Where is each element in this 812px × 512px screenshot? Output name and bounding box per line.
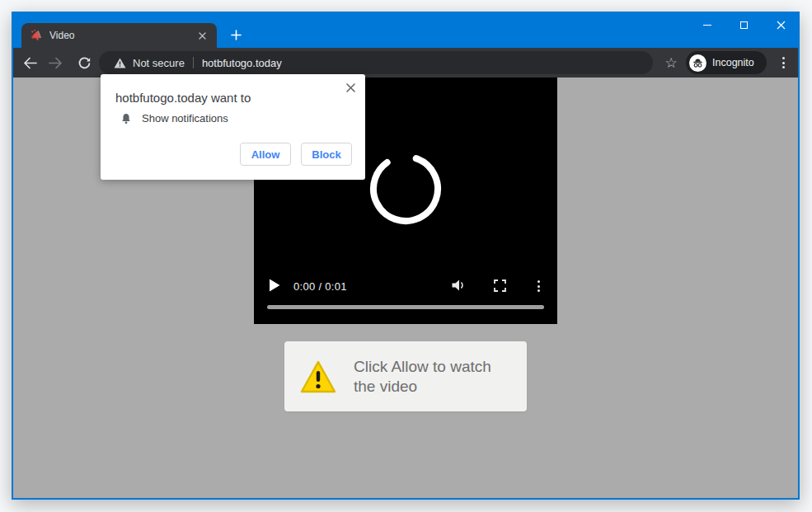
maximize-button[interactable]: [725, 12, 763, 38]
toolbar: Not secure hotbfutogo.today ☆ Incognito: [13, 48, 798, 78]
dialog-buttons: Allow Block: [240, 143, 352, 166]
browser-menu-button[interactable]: [776, 54, 791, 71]
overlay-message: Click Allow to watch the video: [354, 357, 512, 397]
close-window-button[interactable]: [763, 12, 800, 38]
security-chip[interactable]: Not secure: [133, 57, 185, 69]
tab-close-icon[interactable]: [195, 29, 209, 42]
dialog-close-icon: [346, 83, 355, 92]
video-menu-icon[interactable]: [533, 279, 544, 294]
url-text[interactable]: hotbfutogo.today: [202, 57, 282, 69]
allow-button[interactable]: Allow: [240, 143, 291, 166]
minimize-icon: [703, 25, 711, 26]
incognito-icon: [689, 54, 706, 72]
fullscreen-icon[interactable]: [494, 279, 506, 292]
bookmark-star-icon[interactable]: ☆: [661, 52, 681, 73]
browser-window: Video: [12, 12, 800, 500]
minimize-button[interactable]: [688, 12, 725, 38]
address-bar[interactable]: Not secure hotbfutogo.today: [99, 51, 653, 74]
not-secure-warning-icon: [114, 58, 126, 68]
incognito-label: Incognito: [712, 57, 754, 68]
reload-button[interactable]: [76, 54, 92, 71]
tab-title: Video: [49, 30, 195, 41]
reload-icon: [77, 56, 92, 70]
window-controls: [688, 12, 800, 38]
volume-icon[interactable]: [451, 279, 466, 292]
omnibox-divider: [193, 57, 194, 68]
close-icon: [777, 21, 786, 30]
video-controls: 0:00 / 0:01: [254, 277, 557, 297]
forward-button[interactable]: [47, 54, 63, 71]
warning-triangle-icon: [299, 359, 337, 394]
dialog-close-button[interactable]: [342, 79, 359, 96]
video-progress-bar[interactable]: [267, 305, 544, 309]
maximize-icon: [740, 21, 748, 29]
tab-video[interactable]: Video: [21, 23, 217, 48]
site-favicon-megaphone-icon: [30, 29, 43, 42]
click-allow-overlay: Click Allow to watch the video: [284, 341, 527, 411]
play-button-icon[interactable]: [269, 279, 280, 292]
incognito-badge: Incognito: [686, 51, 767, 74]
loading-spinner-icon: [368, 152, 443, 226]
notification-permission-dialog: hotbfutogo.today want to Show notificati…: [101, 74, 365, 180]
permission-request-row: Show notifications: [120, 112, 228, 124]
bell-icon: [120, 113, 132, 124]
video-time: 0:00 / 0:01: [293, 280, 347, 293]
forward-arrow-icon: [49, 57, 63, 69]
back-arrow-icon: [23, 57, 37, 69]
block-button[interactable]: Block: [301, 143, 352, 166]
dialog-title: hotbfutogo.today want to: [115, 91, 251, 105]
permission-request-text: Show notifications: [142, 112, 228, 124]
back-button[interactable]: [21, 54, 38, 71]
new-tab-button[interactable]: [224, 25, 247, 45]
tab-strip: Video: [12, 12, 800, 48]
